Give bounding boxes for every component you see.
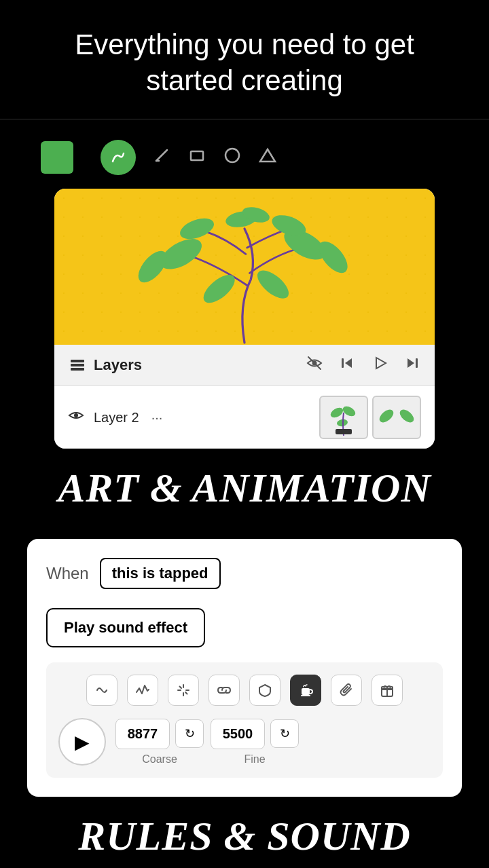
art-animation-section: Layers	[0, 119, 489, 539]
layer-row: Layer 2 ···	[54, 386, 435, 449]
sound-icon-gift[interactable]	[372, 675, 403, 706]
layer-name: Layer 2	[94, 410, 139, 426]
coarse-group: 8877 ↻ Coarse	[115, 719, 204, 766]
svg-rect-24	[416, 358, 418, 368]
skip-back-icon[interactable]	[338, 354, 356, 376]
svg-marker-4	[260, 149, 275, 162]
svg-point-25	[74, 413, 78, 417]
trigger-badge[interactable]: this is tapped	[100, 558, 221, 589]
drawing-toolbar	[27, 140, 462, 189]
sound-icon-cup[interactable]	[290, 675, 321, 706]
eye-hidden-icon[interactable]	[306, 354, 323, 376]
fine-label: Fine	[244, 753, 265, 766]
color-swatch[interactable]	[41, 141, 73, 174]
canvas-card: Layers	[54, 189, 435, 449]
svg-line-37	[185, 692, 187, 694]
sound-player: ▶ 8877 ↻ Coarse 5500 ↻	[46, 662, 443, 778]
coarse-label: Coarse	[142, 753, 177, 766]
sound-icon-link[interactable]	[209, 675, 240, 706]
play-button[interactable]: ▶	[58, 718, 106, 766]
svg-rect-21	[342, 358, 344, 368]
svg-rect-16	[71, 364, 84, 366]
fine-row: 5500 ↻	[211, 719, 299, 749]
layers-bar: Layers	[54, 345, 435, 386]
freehand-tool[interactable]	[101, 140, 136, 175]
coarse-row: 8877 ↻	[115, 719, 204, 749]
plant-drawing	[54, 189, 435, 345]
when-row: When this is tapped	[46, 558, 443, 589]
hero-text: Everything you need to get started creat…	[0, 0, 489, 119]
svg-rect-29	[336, 429, 352, 434]
svg-point-7	[177, 214, 217, 243]
svg-point-31	[397, 407, 416, 425]
svg-marker-23	[408, 358, 414, 368]
svg-rect-15	[71, 360, 84, 362]
play-icon[interactable]	[371, 354, 388, 376]
layer-eye-icon[interactable]	[68, 407, 84, 428]
fine-refresh[interactable]: ↻	[270, 719, 299, 748]
sound-icons-row	[58, 675, 431, 706]
svg-point-28	[336, 419, 348, 428]
layers-icon	[68, 356, 87, 375]
tool-icons	[101, 140, 277, 175]
sound-icon-sparkle[interactable]	[168, 675, 199, 706]
svg-line-19	[308, 357, 321, 369]
layers-left: Layers	[68, 356, 142, 375]
canvas-area[interactable]	[54, 189, 435, 345]
rules-card: When this is tapped Play sound effect	[27, 539, 462, 797]
layer-thumb-1	[319, 396, 368, 439]
layer-thumb-2	[372, 396, 421, 439]
svg-line-0	[156, 150, 167, 161]
svg-marker-20	[345, 358, 352, 368]
fine-group: 5500 ↻ Fine	[211, 719, 299, 766]
svg-rect-17	[71, 368, 84, 371]
when-label: When	[46, 564, 89, 583]
pen-tool[interactable]	[152, 146, 171, 170]
sound-icon-wave[interactable]	[86, 675, 117, 706]
skip-next-icon[interactable]	[403, 354, 421, 376]
svg-line-36	[180, 687, 182, 689]
svg-rect-2	[191, 151, 203, 160]
layer-options[interactable]: ···	[151, 410, 163, 426]
coarse-value[interactable]: 8877	[115, 719, 170, 749]
sound-icon-shield[interactable]	[249, 675, 280, 706]
sound-icon-eq[interactable]	[127, 675, 158, 706]
coarse-refresh[interactable]: ↻	[175, 719, 204, 748]
rules-sound-label: Rules & Sound	[27, 797, 462, 868]
triangle-tool[interactable]	[258, 146, 277, 170]
layer-thumbnails	[319, 396, 421, 439]
art-animation-label: Art & Animation	[27, 449, 462, 532]
svg-rect-38	[302, 688, 310, 695]
svg-point-12	[253, 265, 293, 303]
svg-point-26	[329, 406, 344, 419]
layers-controls[interactable]	[306, 354, 421, 376]
svg-marker-22	[376, 358, 386, 369]
circle-tool[interactable]	[223, 146, 242, 170]
rectangle-tool[interactable]	[187, 146, 206, 170]
svg-point-30	[377, 407, 395, 425]
rules-sound-section: When this is tapped Play sound effect	[0, 539, 489, 868]
svg-point-3	[225, 149, 239, 162]
play-sound-button[interactable]: Play sound effect	[46, 608, 205, 647]
svg-rect-39	[301, 695, 310, 696]
sound-icon-paperclip[interactable]	[331, 675, 362, 706]
sound-controls-row: ▶ 8877 ↻ Coarse 5500 ↻	[58, 718, 431, 766]
layers-title: Layers	[94, 356, 142, 374]
fine-value[interactable]: 5500	[211, 719, 265, 749]
sound-values: 8877 ↻ Coarse 5500 ↻ Fine	[115, 719, 431, 766]
